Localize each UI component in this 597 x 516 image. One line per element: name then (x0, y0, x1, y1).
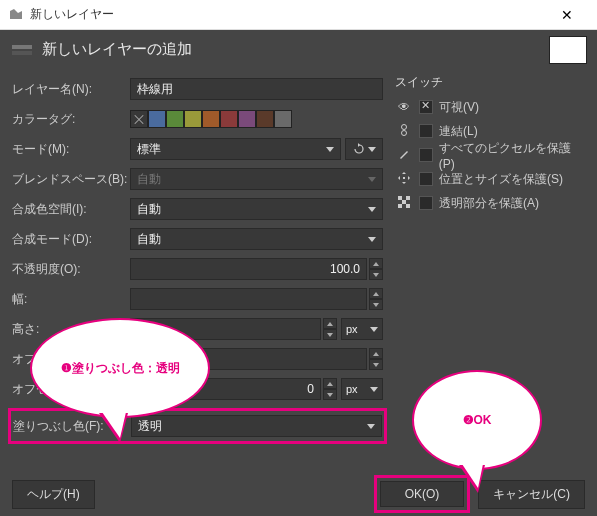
size-unit-select[interactable]: px (341, 318, 383, 340)
opacity-input[interactable] (130, 258, 367, 280)
offset-y-spinner (323, 378, 337, 400)
protect-pixels-checkbox[interactable] (419, 148, 433, 162)
dialog-content: 新しいレイヤーの追加 レイヤー名(N): カラータグ: (0, 30, 597, 516)
offset-y-up[interactable] (323, 378, 337, 389)
width-input[interactable] (130, 288, 367, 310)
mode-reset-button[interactable] (345, 138, 383, 160)
svg-rect-4 (398, 196, 402, 200)
dialog-title: 新しいレイヤーの追加 (42, 40, 192, 59)
color-tag-orange[interactable] (202, 110, 220, 128)
app-icon (8, 7, 24, 23)
dialog-header: 新しいレイヤーの追加 (0, 30, 597, 68)
color-tag-blue[interactable] (148, 110, 166, 128)
svg-point-2 (402, 124, 407, 129)
width-label: 幅: (12, 291, 130, 308)
move-icon (395, 171, 413, 188)
layer-name-label: レイヤー名(N): (12, 81, 130, 98)
svg-rect-1 (12, 51, 32, 55)
opacity-down[interactable] (369, 269, 383, 280)
protect-pixels-label: すべてのピクセルを保護(P) (439, 140, 585, 171)
blend-space-select[interactable]: 自動 (130, 168, 383, 190)
ok-button[interactable]: OK(O) (380, 481, 465, 507)
offset-unit-select[interactable]: px (341, 378, 383, 400)
opacity-spinner (369, 258, 383, 280)
cancel-button[interactable]: キャンセル(C) (478, 480, 585, 509)
link-icon (395, 123, 413, 140)
composite-mode-label: 合成モード(D): (12, 231, 130, 248)
svg-rect-5 (406, 196, 410, 200)
layer-icon (10, 39, 34, 59)
eye-icon: 👁 (395, 100, 413, 114)
svg-rect-0 (12, 45, 32, 49)
color-tag-none[interactable] (130, 110, 148, 128)
color-tag-brown[interactable] (256, 110, 274, 128)
close-button[interactable]: ✕ (544, 0, 589, 30)
offset-x-down[interactable] (369, 359, 383, 370)
protect-pos-label: 位置とサイズを保護(S) (439, 171, 563, 188)
linked-label: 連結(L) (439, 123, 478, 140)
svg-rect-7 (398, 204, 402, 208)
fill-highlight: 塗りつぶし色(F): 透明 (8, 408, 387, 444)
svg-rect-8 (406, 204, 410, 208)
window-title: 新しいレイヤー (30, 6, 544, 23)
help-button[interactable]: ヘルプ(H) (12, 480, 95, 509)
composite-mode-select[interactable]: 自動 (130, 228, 383, 250)
height-spinner (323, 318, 337, 340)
switches-title: スイッチ (395, 74, 585, 91)
annotation-callout-1: ❶塗りつぶし色：透明 (30, 318, 210, 418)
color-tag-yellow[interactable] (184, 110, 202, 128)
height-down[interactable] (323, 329, 337, 340)
visible-label: 可視(V) (439, 99, 479, 116)
protect-alpha-checkbox[interactable] (419, 196, 433, 210)
linked-checkbox[interactable] (419, 124, 433, 138)
offset-x-spinner (369, 348, 383, 370)
color-tag-label: カラータグ: (12, 111, 130, 128)
protect-pos-checkbox[interactable] (419, 172, 433, 186)
dialog-footer: ヘルプ(H) OK(O) キャンセル(C) (0, 472, 597, 516)
height-up[interactable] (323, 318, 337, 329)
fill-select[interactable]: 透明 (131, 415, 382, 437)
color-tag-gray[interactable] (274, 110, 292, 128)
width-down[interactable] (369, 299, 383, 310)
svg-point-3 (402, 130, 407, 135)
brush-icon (395, 147, 413, 164)
composite-space-label: 合成色空間(I): (12, 201, 130, 218)
ok-highlight: OK(O) (374, 475, 471, 513)
checker-icon (395, 195, 413, 212)
offset-y-down[interactable] (323, 389, 337, 400)
width-up[interactable] (369, 288, 383, 299)
preview-swatch (549, 36, 587, 64)
color-tag-green[interactable] (166, 110, 184, 128)
color-tag-purple[interactable] (238, 110, 256, 128)
svg-rect-6 (402, 200, 406, 204)
annotation-callout-2: ❷OK (412, 370, 542, 470)
offset-x-up[interactable] (369, 348, 383, 359)
composite-space-select[interactable]: 自動 (130, 198, 383, 220)
width-spinner (369, 288, 383, 310)
blend-space-label: ブレンドスペース(B): (12, 171, 130, 188)
titlebar: 新しいレイヤー ✕ (0, 0, 597, 30)
opacity-up[interactable] (369, 258, 383, 269)
opacity-label: 不透明度(O): (12, 261, 130, 278)
protect-alpha-label: 透明部分を保護(A) (439, 195, 539, 212)
color-tag-red[interactable] (220, 110, 238, 128)
color-tag-picker (130, 110, 292, 128)
mode-label: モード(M): (12, 141, 130, 158)
mode-select[interactable]: 標準 (130, 138, 341, 160)
visible-checkbox[interactable] (419, 100, 433, 114)
layer-name-input[interactable] (130, 78, 383, 100)
